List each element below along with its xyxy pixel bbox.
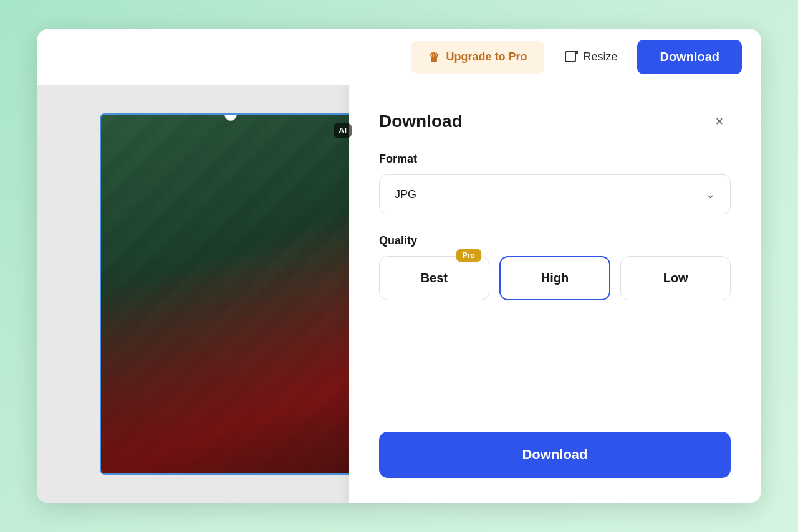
quality-low-button[interactable]: Low [620,256,731,300]
format-dropdown[interactable]: JPG ⌄ [379,174,731,214]
crown-icon: ♛ [428,50,440,65]
resize-button[interactable]: Resize [554,44,627,70]
image-preview: AI [100,113,362,475]
ai-badge: AI [334,123,352,138]
panel-header: Download × [379,110,731,133]
download-panel: Download × Format JPG ⌄ Quality Pro Best [349,85,761,503]
panel-title: Download [379,112,463,131]
chevron-down-icon: ⌄ [706,188,715,201]
format-selected-value: JPG [395,188,416,201]
svg-rect-0 [565,52,575,62]
quality-best-label: Best [421,271,448,285]
toolbar: ♛ Upgrade to Pro Resize Download [37,29,761,85]
pro-badge: Pro [456,249,481,262]
quality-high-button[interactable]: High [499,256,611,300]
resize-icon [564,50,578,64]
quality-options: Pro Best High Low [379,256,731,300]
download-header-button[interactable]: Download [637,40,742,74]
format-section: Format JPG ⌄ [379,153,731,214]
quality-label: Quality [379,234,731,247]
quality-low-label: Low [663,271,688,285]
close-button[interactable]: × [708,110,731,133]
resize-label: Resize [583,50,617,64]
upgrade-to-pro-button[interactable]: ♛ Upgrade to Pro [411,41,544,74]
upgrade-label: Upgrade to Pro [446,50,527,64]
format-label: Format [379,153,731,166]
quality-section: Quality Pro Best High Low [379,234,731,300]
quality-high-label: High [541,271,569,285]
app-container: ♛ Upgrade to Pro Resize Download AI Down… [37,29,761,503]
quality-best-button[interactable]: Pro Best [379,256,489,300]
download-panel-button[interactable]: Download [379,432,731,478]
drag-handle[interactable] [224,113,237,121]
